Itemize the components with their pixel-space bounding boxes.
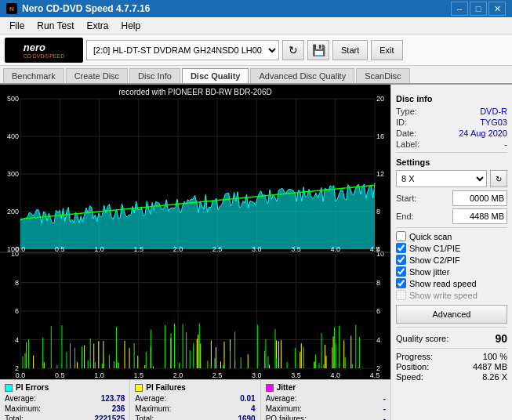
window-controls[interactable]: – □ ✕ <box>451 2 506 16</box>
jitter-max-label: Maximum: <box>266 404 302 413</box>
pi-failures-label: PI Failures <box>146 383 186 392</box>
nero-logo: nero CD·DVD/SPEED <box>5 38 83 63</box>
pi-failures-color <box>135 384 143 392</box>
show-c2-pif-label: Show C2/PIF <box>409 255 460 265</box>
menu-run-test[interactable]: Run Test <box>31 19 80 33</box>
speed-display-val: 8.26 X <box>482 372 507 382</box>
jitter-label: Jitter <box>277 383 296 392</box>
show-c2-pif-checkbox[interactable] <box>396 255 406 265</box>
divider-2 <box>396 227 507 228</box>
disc-label-label: Label: <box>396 139 419 149</box>
show-jitter-checkbox[interactable] <box>396 266 406 277</box>
pif-max-val: 4 <box>251 404 256 413</box>
id-label: ID: <box>396 118 407 127</box>
legend-bar: PI Errors Average: 123.78 Maximum: 236 T… <box>0 379 390 420</box>
id-val: TYG03 <box>480 118 507 127</box>
main-content: recorded with PIONEER BD-RW BDR-206D PI … <box>0 85 512 420</box>
close-button[interactable]: ✕ <box>488 2 506 16</box>
show-jitter-row: Show jitter <box>396 266 507 277</box>
chart-area: recorded with PIONEER BD-RW BDR-206D <box>0 85 390 379</box>
divider-1 <box>396 152 507 153</box>
start-input[interactable] <box>452 190 507 206</box>
pi-total-val: 2221525 <box>94 415 125 420</box>
divider-3 <box>396 327 507 328</box>
disc-label-val: - <box>504 139 507 149</box>
type-label: Type: <box>396 107 417 116</box>
disc-info-title: Disc info <box>396 94 507 103</box>
quality-score-val: 90 <box>495 332 507 345</box>
drive-select[interactable]: [2:0] HL-DT-ST DVDRAM GH24NSD0 LH00 <box>86 40 279 60</box>
advanced-button[interactable]: Advanced <box>396 305 507 324</box>
jitter-avg-label: Average: <box>266 394 297 403</box>
show-c1-pie-row: Show C1/PIE <box>396 243 507 253</box>
legend-pi-errors: PI Errors Average: 123.78 Maximum: 236 T… <box>0 380 130 420</box>
pif-avg-label: Average: <box>135 394 166 403</box>
show-c1-pie-checkbox[interactable] <box>396 243 406 253</box>
pi-errors-color <box>5 384 13 392</box>
jitter-avg-val: - <box>383 394 386 403</box>
toolbar: nero CD·DVD/SPEED [2:0] HL-DT-ST DVDRAM … <box>0 34 512 66</box>
tab-disc-quality[interactable]: Disc Quality <box>182 68 249 83</box>
tab-disc-info[interactable]: Disc Info <box>129 68 180 83</box>
date-label: Date: <box>396 129 416 138</box>
po-failures-label: PO failures: <box>266 415 307 420</box>
menu-bar: File Run Test Extra Help <box>0 17 512 34</box>
legend-pi-failures: PI Failures Average: 0.01 Maximum: 4 Tot… <box>130 380 260 420</box>
pif-max-label: Maximum: <box>135 404 171 413</box>
settings-title: Settings <box>396 158 507 167</box>
pif-avg-val: 0.01 <box>240 394 255 403</box>
speed-refresh-button[interactable]: ↻ <box>490 170 507 187</box>
pi-errors-label: PI Errors <box>16 383 49 392</box>
show-read-speed-label: Show read speed <box>409 279 477 288</box>
title-bar: N Nero CD-DVD Speed 4.7.7.16 – □ ✕ <box>0 0 512 17</box>
end-label: End: <box>396 212 414 221</box>
quality-score-label: Quality score: <box>396 334 448 343</box>
pi-avg-val: 123.78 <box>101 394 125 403</box>
minimize-button[interactable]: – <box>451 2 468 16</box>
exit-button[interactable]: Exit <box>371 40 402 60</box>
show-jitter-label: Show jitter <box>409 267 449 277</box>
pi-avg-label: Average: <box>5 394 36 403</box>
app-title: Nero CD-DVD Speed 4.7.7.16 <box>22 3 150 14</box>
progress-val: 100 % <box>483 352 507 361</box>
speed-row: 8 X 4 X 12 X 16 X ↻ <box>396 170 507 187</box>
tab-benchmark[interactable]: Benchmark <box>3 68 64 83</box>
show-c2-pif-row: Show C2/PIF <box>396 255 507 265</box>
position-row: Position: 4487 MB <box>396 362 507 371</box>
menu-help[interactable]: Help <box>115 19 147 33</box>
jitter-max-val: - <box>383 404 386 413</box>
tab-scan-disc[interactable]: ScanDisc <box>356 68 409 83</box>
pif-total-label: Total: <box>135 415 154 420</box>
type-val: DVD-R <box>480 107 507 116</box>
chart-title: recorded with PIONEER BD-RW BDR-206D <box>118 88 271 96</box>
speed-display-row: Speed: 8.26 X <box>396 372 507 382</box>
show-read-speed-row: Show read speed <box>396 278 507 288</box>
app-icon: N <box>6 3 17 14</box>
maximize-button[interactable]: □ <box>470 2 487 16</box>
legend-jitter: Jitter Average: - Maximum: - PO failures… <box>261 380 390 420</box>
tab-advanced-disc-quality[interactable]: Advanced Disc Quality <box>250 68 354 83</box>
speed-display-label: Speed: <box>396 372 423 382</box>
menu-file[interactable]: File <box>3 19 31 33</box>
menu-extra[interactable]: Extra <box>80 19 114 33</box>
date-val: 24 Aug 2020 <box>459 129 507 138</box>
save-icon[interactable]: 💾 <box>307 40 329 60</box>
pif-total-val: 1690 <box>238 415 255 420</box>
start-button[interactable]: Start <box>332 40 368 60</box>
pi-total-label: Total: <box>5 415 24 420</box>
jitter-color <box>266 384 274 392</box>
show-c1-pie-label: Show C1/PIE <box>409 244 460 253</box>
po-failures-val: - <box>383 415 386 420</box>
quick-scan-checkbox[interactable] <box>396 231 406 241</box>
show-read-speed-checkbox[interactable] <box>396 278 406 288</box>
start-label: Start: <box>396 194 416 203</box>
tab-create-disc[interactable]: Create Disc <box>66 68 128 83</box>
speed-select[interactable]: 8 X 4 X 12 X 16 X <box>396 170 487 187</box>
divider-4 <box>396 348 507 349</box>
refresh-icon[interactable]: ↻ <box>282 40 304 60</box>
end-input[interactable] <box>452 208 507 224</box>
show-write-speed-label: Show write speed <box>409 291 478 300</box>
position-label: Position: <box>396 362 429 371</box>
position-val: 4487 MB <box>473 362 507 371</box>
show-write-speed-row: Show write speed <box>396 290 507 300</box>
